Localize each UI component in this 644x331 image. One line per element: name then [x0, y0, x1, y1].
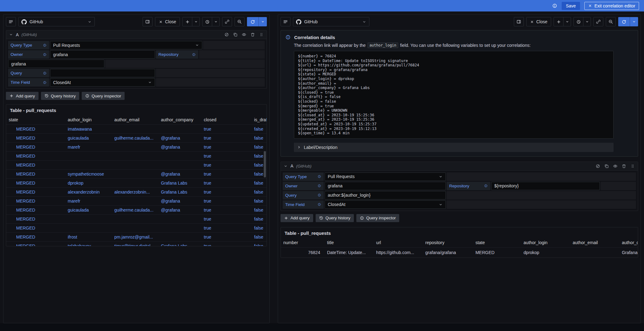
cell-closed[interactable]: true [201, 215, 252, 224]
cell-author-email[interactable] [112, 179, 158, 188]
column-header[interactable]: author_email [570, 238, 619, 248]
cell-author-company[interactable]: @grafana [158, 170, 201, 179]
column-header[interactable]: repository [423, 238, 473, 248]
cell-author-email[interactable] [112, 215, 158, 224]
cell-author-login[interactable] [65, 224, 112, 233]
cell-closed[interactable]: true [201, 170, 252, 179]
exit-correlation-editor-button[interactable]: Exit correlation editor [584, 2, 639, 10]
cell-author-login[interactable] [65, 161, 112, 170]
owner-input[interactable] [50, 50, 155, 59]
time-field-select[interactable]: ClosedAt [50, 78, 155, 87]
cell-state[interactable]: MERGED [6, 206, 65, 215]
cell-state[interactable]: MERGED [6, 170, 65, 179]
column-header[interactable]: is_draft [252, 115, 267, 125]
cell-is-draft[interactable]: false [252, 242, 267, 247]
cell-author-email[interactable]: timur@timur.digital [112, 242, 158, 247]
time-field-select[interactable]: ClosedAt [325, 200, 446, 209]
cell-author-email[interactable] [112, 152, 158, 161]
hide-response-icon[interactable] [613, 164, 618, 168]
cell-is-draft[interactable]: false [252, 206, 267, 215]
cell-state[interactable]: MERGED [6, 188, 65, 197]
duplicate-query-icon[interactable] [233, 32, 238, 37]
column-header[interactable]: url [374, 238, 423, 248]
column-header[interactable]: author_login [521, 238, 570, 248]
cell-author-company[interactable]: @grafana [158, 206, 201, 215]
query-editor-header[interactable]: A (GitHub) [281, 162, 638, 171]
cell-author-login[interactable] [65, 215, 112, 224]
column-header[interactable]: state [6, 115, 65, 125]
cell-state[interactable]: MERGED [6, 134, 65, 143]
cell-closed[interactable]: true [201, 143, 252, 152]
add-query-button[interactable]: Add query [6, 92, 39, 100]
cell-author-login[interactable]: imatwawana [65, 125, 112, 134]
column-header[interactable]: author_login [65, 115, 112, 125]
cell-is-draft[interactable]: false [252, 197, 267, 206]
query-history-button[interactable]: Query history [316, 214, 354, 222]
datasource-picker[interactable]: GitHub [18, 17, 95, 26]
cell-author-login[interactable]: ifrost [65, 233, 112, 242]
query-rows-toggle-button[interactable] [6, 17, 16, 26]
query-input[interactable] [50, 69, 155, 77]
cell-state[interactable]: MERGED [6, 125, 65, 134]
close-pane-button[interactable]: Close [526, 17, 551, 26]
save-button[interactable]: Save [562, 2, 580, 10]
move-pane-button[interactable] [514, 17, 524, 26]
column-header[interactable]: state [473, 238, 521, 248]
cell-author-email[interactable]: pm.jamroz@gmail... [112, 233, 158, 242]
column-header[interactable]: closed [201, 115, 252, 125]
cell-author-company[interactable]: Grafana Labs [158, 179, 201, 188]
cell-closed[interactable]: true [201, 233, 252, 242]
cell-author-email[interactable] [112, 125, 158, 134]
cell-author-company[interactable] [158, 152, 201, 161]
label-description-section[interactable]: Label/Description [294, 143, 614, 152]
cell-author-company[interactable]: Grafana Labs [158, 242, 201, 247]
time-picker-split-button[interactable] [202, 17, 220, 26]
cell-author-email[interactable]: guilherme.caulada... [112, 206, 158, 215]
drag-handle-icon[interactable] [259, 32, 264, 37]
cell-state[interactable]: MERGED [6, 143, 65, 152]
cell-state[interactable]: MERGED [6, 197, 65, 206]
cell-author-login[interactable]: sympatheticmoose [65, 170, 112, 179]
run-query-split-button[interactable] [247, 17, 267, 26]
cell-closed[interactable]: true [201, 188, 252, 197]
cell-state[interactable]: MERGED [6, 242, 65, 247]
query-editor-header[interactable]: A (GitHub) [6, 30, 267, 39]
cell-author-login[interactable]: marefr [65, 197, 112, 206]
cell-author-company[interactable]: @grafana [158, 197, 201, 206]
query-inspector-button[interactable]: Query inspector [82, 92, 125, 100]
remove-query-icon[interactable] [250, 32, 255, 37]
owner-input[interactable] [325, 182, 446, 190]
cell-author-email[interactable] [112, 170, 158, 179]
cell-closed[interactable]: true [201, 125, 252, 134]
cell-author-company[interactable] [158, 224, 201, 233]
column-header[interactable]: author_email [112, 115, 158, 125]
cell-is-draft[interactable]: false [252, 233, 267, 242]
cell-state[interactable]: MERGED [6, 224, 65, 233]
disable-query-icon[interactable] [224, 32, 229, 37]
cell-author-email[interactable] [112, 197, 158, 206]
cell-author-login[interactable]: guicaulada [65, 134, 112, 143]
cell-closed[interactable]: true [201, 161, 252, 170]
cell-author-company[interactable]: @grafana [158, 143, 201, 152]
query-rows-toggle-button[interactable] [281, 17, 290, 26]
cell-closed[interactable]: true [201, 224, 252, 233]
cell-closed[interactable]: true [201, 134, 252, 143]
info-icon[interactable] [552, 3, 557, 8]
zoom-out-time-button[interactable] [606, 17, 616, 26]
cell-closed[interactable]: true [201, 197, 252, 206]
cell-is-draft[interactable]: false [252, 224, 267, 233]
query-type-select[interactable]: Pull Requests [325, 172, 446, 181]
run-query-split-button[interactable] [618, 17, 638, 26]
column-header[interactable]: number [281, 238, 325, 248]
drag-handle-icon[interactable] [630, 164, 635, 168]
add-query-button[interactable]: Add query [281, 214, 313, 222]
cell-author-company[interactable] [158, 233, 201, 242]
cell-is-draft[interactable]: false [252, 134, 267, 143]
hide-response-icon[interactable] [242, 32, 246, 37]
duplicate-query-icon[interactable] [604, 164, 609, 168]
add-split-button[interactable] [554, 17, 571, 26]
cell-state[interactable]: MERGED [6, 179, 65, 188]
query-input[interactable] [325, 191, 446, 199]
cell-author-login[interactable]: guicaulada [65, 206, 112, 215]
cell-author-company[interactable] [158, 161, 201, 170]
